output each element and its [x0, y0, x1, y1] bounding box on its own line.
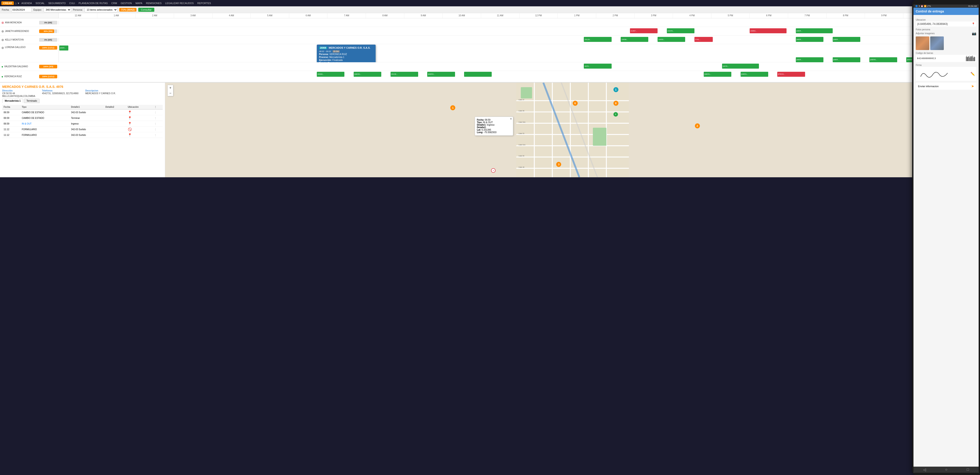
nav-planeacion[interactable]: PLANEACION DE RUTAS — [77, 2, 109, 5]
nav-seguimiento[interactable]: SEGUIMIENTO — [47, 2, 67, 5]
cell-fecha: 06:59 — [2, 121, 21, 127]
nav-culi[interactable]: CULI — [68, 2, 76, 5]
ubicacion-field-label: Ubicacion — [916, 19, 976, 21]
location-green-icon: 📍 — [128, 133, 132, 137]
hour-4pm: 4 PM — [673, 13, 711, 18]
camera-icon[interactable]: 📷 — [972, 31, 976, 35]
timeline-janeth[interactable]: 21467... 24378... 20853... [MER... — [59, 27, 980, 35]
cell-ubicacion[interactable]: 🚫 — [126, 127, 153, 132]
phone-images — [916, 37, 976, 50]
map-zoom-controls: + − — [167, 85, 173, 96]
send-icon[interactable]: ➤ — [971, 84, 974, 88]
toggle-valentina[interactable]: ● — [2, 65, 3, 69]
store-meta: Dirección CR 50 55 44 BELLO,ANTIOQUIA,CO… — [2, 89, 163, 97]
photo-2[interactable] — [930, 37, 944, 50]
home-icon[interactable]: ⌂ — [15, 2, 16, 5]
hour-12pm: 12 PM — [520, 13, 558, 18]
progress-veronica: 100% (11/11) — [39, 75, 57, 78]
fecha-input[interactable] — [11, 7, 32, 12]
svg-text:Calle 51A: Calle 51A — [519, 144, 526, 145]
person-row-janeth: ⊕ JANETH ARREDONDO 83% (5/6) 21467... 24… — [0, 27, 980, 35]
tab-estado[interactable]: Terminado — [24, 99, 40, 103]
marker-orange-6[interactable]: 6 — [573, 101, 578, 106]
progress-lorena: 100% (11/11) — [39, 46, 57, 49]
table-row: 06:59 CAMBIO DE ESTADO Terminar 📍 ⋮ — [2, 115, 163, 121]
hour-3pm: 3 PM — [635, 13, 673, 18]
toggle-ana[interactable]: ⊗ — [2, 21, 4, 24]
nav-remisiones[interactable]: REMISIONES — [145, 2, 163, 5]
cell-tipo: CAMBIO DE ESTADO — [21, 109, 70, 115]
row-menu-icon[interactable]: ⋮ — [154, 111, 157, 114]
crear-button[interactable]: CREAR — [2, 2, 14, 5]
marker-orange-2[interactable]: 2 — [695, 123, 700, 128]
svg-text:Calle 48: Calle 48 — [519, 166, 525, 168]
nav-gestion[interactable]: GESTION — [119, 2, 133, 5]
timeline-ana[interactable] — [59, 18, 980, 27]
hour-7pm: 7 PM — [788, 13, 827, 18]
edit-icon[interactable]: ✏️ — [970, 72, 975, 76]
toggle-lorena[interactable]: ⊕ — [2, 46, 4, 49]
cell-detalle1: Terminar — [70, 115, 104, 121]
hour-9pm: 9 PM — [865, 13, 903, 18]
toggle-kelly[interactable]: ⊕ — [2, 38, 4, 41]
table-row: 11:12 FORMULARIO 342-03 Surtido 🚫 ⋮ — [2, 127, 163, 132]
nav-crm[interactable]: CRM — [110, 2, 118, 5]
cell-ubicacion[interactable]: 📍 — [126, 132, 153, 138]
photo-1[interactable] — [916, 37, 929, 50]
location-red-icon: 🚫 — [128, 128, 132, 131]
zoom-in-button[interactable]: + — [168, 85, 173, 91]
cell-menu[interactable]: ⋮ — [153, 132, 163, 138]
nav-reportes[interactable]: REPORTES — [196, 2, 212, 5]
hour-6am: 6 AM — [289, 13, 328, 18]
toggle-janeth[interactable]: ⊕ — [2, 29, 4, 33]
row-menu-icon[interactable]: ⋮ — [154, 123, 157, 125]
location-green-icon: 📍 — [128, 122, 132, 126]
row-menu-icon[interactable]: ⋮ — [154, 128, 157, 131]
cell-menu[interactable]: ⋮ — [153, 127, 163, 132]
cell-menu[interactable]: ⋮ — [153, 115, 163, 121]
progress-badge: 71% (30/42) — [119, 8, 137, 11]
col-actions: ⋮ — [153, 105, 163, 109]
cell-ubicacion[interactable]: 📍 — [126, 109, 153, 115]
nav-social[interactable]: SOCIAL — [34, 2, 46, 5]
consultar-button[interactable]: Consultar — [138, 8, 154, 12]
chevron-down-icon[interactable]: ▾ — [18, 2, 19, 5]
nav-legalizar[interactable]: LEGALIZAR RECAUDOS — [164, 2, 195, 5]
timeline-lorena[interactable]: 26908 MERCADOS Y CARNES O.R. S.A.S. 08:0… — [59, 44, 980, 62]
cell-detalle1: 342-03 Surtido — [70, 127, 104, 132]
location-icon[interactable]: 📍 — [972, 22, 975, 26]
toggle-veronica[interactable]: ● — [2, 75, 3, 78]
row-menu-icon[interactable]: ⋮ — [154, 117, 157, 119]
timeline-valentina[interactable]: 4976... [4976... — [59, 62, 980, 71]
marker-orange-8[interactable]: 8 — [613, 101, 619, 106]
marker-teal-1[interactable]: 1 — [613, 87, 619, 92]
equipo-select[interactable]: 340 Mercaderistas — [44, 7, 71, 12]
nav-agenda[interactable]: AGENDA — [20, 2, 33, 5]
barcode-visual — [966, 56, 975, 61]
zoom-out-button[interactable]: − — [168, 91, 173, 96]
cell-ubicacion[interactable]: 📍 — [126, 115, 153, 121]
timeline-veronica[interactable]: 26908... [MER0... 28139... [MER0... ... … — [59, 71, 980, 82]
cell-detalle2 — [104, 115, 126, 121]
cell-menu[interactable]: ⋮ — [153, 109, 163, 115]
col-ubicacion: Ubicación — [126, 105, 153, 109]
city-value: BELLO,ANTIOQUIA,COLOMBIA — [2, 95, 35, 97]
marker-green-plus[interactable]: + — [613, 112, 618, 116]
cell-tipo[interactable]: IN & OUT — [21, 121, 70, 127]
person-row-veronica: ● VERONICA RUIZ 100% (11/11) 26908... [M… — [0, 71, 980, 82]
hour-7am: 7 AM — [328, 13, 366, 18]
timeline-kelly[interactable]: 25128... 16698... 14650... 3781... [MER.… — [59, 35, 980, 44]
cell-detalle1: 342-03 Surtido — [70, 132, 104, 138]
cell-ubicacion[interactable]: 📍 — [126, 121, 153, 127]
tooltip-close-button[interactable]: ✕ — [510, 117, 512, 120]
enviar-row[interactable]: Enviar informacion ➤ — [916, 83, 976, 90]
row-menu-icon[interactable]: ⋮ — [154, 134, 157, 136]
persona-select[interactable]: 13 items seleccionados — [84, 7, 118, 12]
bottom-section: MERCADOS Y CARNES O.R. S.A.S. 4976 Direc… — [0, 82, 980, 177]
tab-mercaderista[interactable]: Mercaderista 1 — [2, 99, 23, 103]
hour-10am: 10 AM — [442, 13, 481, 18]
col-detalle2: Detalle2 — [104, 105, 126, 109]
nav-mapa[interactable]: MAPA — [134, 2, 144, 5]
map-panel[interactable]: Calle 57 Calle 56 Calle 54A Calle 53 Cal… — [165, 83, 980, 177]
cell-menu[interactable]: ⋮ — [153, 121, 163, 127]
